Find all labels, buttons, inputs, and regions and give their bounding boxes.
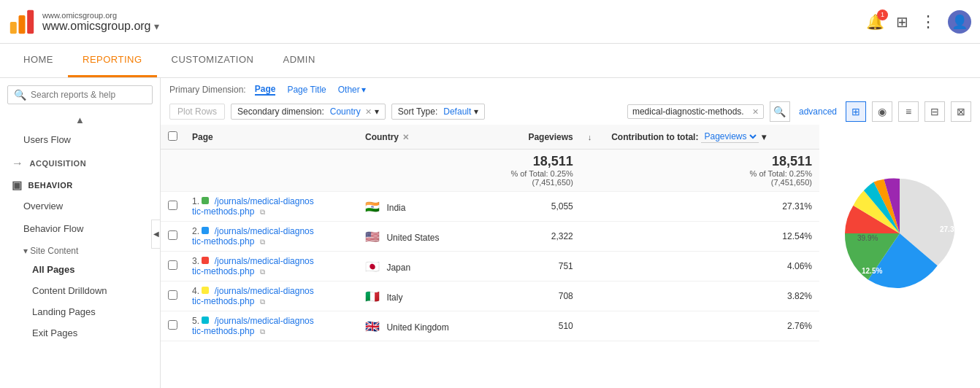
row-link-icon[interactable]: ⧉ bbox=[260, 327, 265, 335]
row-number: 4. bbox=[192, 286, 199, 296]
list-view-button[interactable]: ≡ bbox=[898, 101, 919, 122]
sidebar-section-site-content[interactable]: ▾ Site Content bbox=[0, 240, 160, 259]
sidebar: 🔍 ▲ Users Flow → Acquisition ▣ Behavior … bbox=[0, 78, 161, 388]
sidebar-scroll-up[interactable]: ▲ bbox=[0, 112, 160, 128]
sidebar-item-behavior-flow[interactable]: Behavior Flow bbox=[0, 217, 160, 240]
row-page-link[interactable]: /journals/medical-diagnostic-methods.php bbox=[192, 256, 314, 276]
secondary-dimension-dropdown[interactable]: Secondary dimension: Country ✕ ▾ bbox=[231, 104, 386, 120]
search-box[interactable]: 🔍 bbox=[7, 85, 153, 104]
sidebar-collapse-button[interactable]: ◀ bbox=[151, 220, 160, 249]
secondary-dropdown-chevron[interactable]: ▾ bbox=[375, 106, 379, 117]
tab-home[interactable]: HOME bbox=[9, 44, 68, 77]
svg-rect-2 bbox=[27, 9, 34, 33]
row-link-icon[interactable]: ⧉ bbox=[260, 208, 265, 216]
sidebar-item-all-pages[interactable]: All Pages bbox=[0, 259, 160, 280]
row-checkbox[interactable] bbox=[168, 290, 177, 300]
table-row: 1. /journals/medical-diagnostic-methods.… bbox=[161, 192, 819, 222]
row-checkbox[interactable] bbox=[168, 320, 177, 330]
row-checkbox[interactable] bbox=[168, 260, 177, 270]
row-pct: 27.31% bbox=[604, 192, 819, 222]
table-toolbar: Plot Rows Secondary dimension: Country ✕… bbox=[161, 98, 980, 125]
clear-secondary-dimension-icon[interactable]: ✕ bbox=[365, 107, 372, 117]
row-country-name: India bbox=[386, 203, 405, 213]
sidebar-item-overview[interactable]: Overview bbox=[0, 195, 160, 217]
table-row: 4. /journals/medical-diagnostic-methods.… bbox=[161, 282, 819, 311]
row-checkbox-cell[interactable] bbox=[161, 311, 185, 341]
table-search-input[interactable] bbox=[632, 106, 749, 117]
search-input[interactable] bbox=[31, 90, 146, 100]
tab-customization[interactable]: CUSTOMIZATION bbox=[157, 44, 269, 77]
notification-badge: 1 bbox=[877, 9, 888, 20]
sidebar-item-content-drilldown[interactable]: Content Drilldown bbox=[0, 280, 160, 301]
sidebar-item-users-flow[interactable]: Users Flow bbox=[0, 128, 160, 151]
row-color-dot bbox=[202, 287, 209, 294]
select-all-checkbox[interactable] bbox=[168, 131, 177, 141]
site-url-main[interactable]: www.omicsgroup.org ▾ bbox=[42, 20, 159, 33]
th-pageviews[interactable]: Pageviews bbox=[483, 125, 581, 150]
row-color-dot bbox=[202, 227, 209, 234]
row-checkbox-cell[interactable] bbox=[161, 252, 185, 282]
row-checkbox[interactable] bbox=[168, 230, 177, 240]
secondary-dimension-label: Secondary dimension: bbox=[237, 106, 324, 117]
row-link-icon[interactable]: ⧉ bbox=[260, 268, 265, 276]
row-link-icon[interactable]: ⧉ bbox=[260, 298, 265, 306]
sort-type-dropdown[interactable]: Sort Type: Default ▾ bbox=[391, 104, 486, 120]
acquisition-icon: → bbox=[12, 157, 24, 170]
sort-dropdown-chevron[interactable]: ▾ bbox=[474, 106, 478, 117]
row-checkbox-cell[interactable] bbox=[161, 192, 185, 222]
ga-logo bbox=[9, 9, 35, 35]
other-dropdown-icon: ▾ bbox=[361, 85, 366, 95]
dim-other-link[interactable]: Other ▾ bbox=[338, 85, 366, 95]
row-country-name: United States bbox=[386, 233, 439, 243]
row-sort-cell bbox=[581, 222, 604, 252]
header-icons: 🔔 1 ⊞ ⋮ 👤 bbox=[866, 10, 971, 34]
remove-country-icon[interactable]: ✕ bbox=[402, 133, 409, 141]
contribution-metric-select[interactable]: Pageviews bbox=[701, 131, 759, 143]
row-country-cell: 🇮🇹 Italy bbox=[358, 282, 483, 311]
sidebar-section-behavior[interactable]: ▣ Behavior bbox=[0, 173, 160, 195]
compare-view-button[interactable]: ⊟ bbox=[925, 101, 945, 122]
search-button[interactable]: 🔍 bbox=[770, 101, 790, 122]
th-country[interactable]: Country ✕ bbox=[358, 125, 483, 150]
th-page[interactable]: Page bbox=[185, 125, 358, 150]
tab-reporting[interactable]: REPORTING bbox=[68, 44, 157, 77]
primary-dimension-toolbar: Primary Dimension: Page Page Title Other… bbox=[161, 78, 980, 98]
pivot-view-button[interactable]: ⊠ bbox=[951, 101, 971, 122]
secondary-dimension-value: Country bbox=[330, 106, 361, 117]
summary-pageviews: 18,511 bbox=[490, 154, 573, 169]
sidebar-item-exit-pages[interactable]: Exit Pages bbox=[0, 322, 160, 344]
svg-rect-0 bbox=[10, 22, 17, 34]
pie-view-button[interactable]: ◉ bbox=[872, 101, 892, 122]
row-page-link[interactable]: /journals/medical-diagnostic-methods.php bbox=[192, 286, 314, 306]
row-page-link[interactable]: /journals/medical-diagnostic-methods.php bbox=[192, 226, 314, 247]
search-field[interactable]: ✕ bbox=[627, 104, 764, 119]
row-checkbox[interactable] bbox=[168, 201, 177, 210]
main-layout: 🔍 ▲ Users Flow → Acquisition ▣ Behavior … bbox=[0, 78, 980, 388]
row-sort-cell bbox=[581, 192, 604, 222]
apps-grid-button[interactable]: ⊞ bbox=[896, 13, 908, 31]
table-view-button[interactable]: ⊞ bbox=[846, 101, 866, 122]
th-sort-arrow[interactable]: ↓ bbox=[581, 125, 604, 150]
sidebar-item-landing-pages[interactable]: Landing Pages bbox=[0, 301, 160, 322]
dim-page-title-link[interactable]: Page Title bbox=[287, 85, 326, 95]
row-link-icon[interactable]: ⧉ bbox=[260, 238, 265, 246]
advanced-button[interactable]: advanced bbox=[796, 105, 840, 118]
row-color-dot bbox=[202, 317, 209, 324]
row-country-flag: 🇮🇹 bbox=[365, 290, 380, 303]
contribution-dropdown-icon[interactable]: ▾ bbox=[762, 132, 766, 142]
user-avatar[interactable]: 👤 bbox=[948, 10, 971, 34]
notifications-button[interactable]: 🔔 1 bbox=[866, 13, 884, 31]
more-options-button[interactable]: ⋮ bbox=[920, 12, 936, 31]
search-clear-icon[interactable]: ✕ bbox=[752, 107, 759, 117]
row-page-link[interactable]: /journals/medical-diagnostic-methods.php bbox=[192, 196, 314, 217]
row-checkbox-cell[interactable] bbox=[161, 282, 185, 311]
plot-rows-button[interactable]: Plot Rows bbox=[169, 104, 225, 120]
row-page-link[interactable]: /journals/medical-diagnostic-methods.php bbox=[192, 316, 314, 336]
dim-page-link[interactable]: Page bbox=[255, 84, 276, 96]
dropdown-arrow-icon[interactable]: ▾ bbox=[154, 20, 159, 32]
data-table: Page Country ✕ Pageviews ↓ Contribution … bbox=[161, 125, 819, 341]
row-checkbox-cell[interactable] bbox=[161, 222, 185, 252]
summary-total2: (7,451,650) bbox=[611, 178, 812, 187]
tab-admin[interactable]: ADMIN bbox=[268, 44, 329, 77]
sidebar-section-acquisition[interactable]: → Acquisition bbox=[0, 151, 160, 173]
